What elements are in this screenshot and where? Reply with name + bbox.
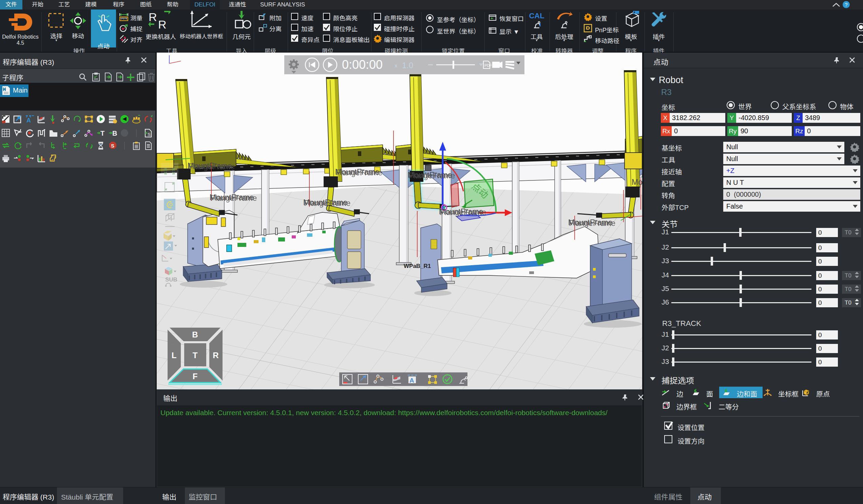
svg-text:FlangeFrame: FlangeFrame [440, 208, 486, 217]
svg-text:FlangeFrame: FlangeFrame [409, 171, 455, 180]
svg-text:FlangeFrame: FlangeFrame [211, 194, 257, 202]
svg-text:A: A [410, 377, 414, 384]
svg-text:B: B [192, 330, 198, 339]
svg-text:PDF: PDF [485, 63, 492, 67]
svg-text:S: S [148, 132, 151, 137]
svg-text:FlangeFrame: FlangeFrame [189, 162, 235, 171]
svg-text:L: L [172, 351, 177, 360]
svg-text:FlangeFrame: FlangeFrame [569, 219, 616, 228]
svg-text:0:00:00: 0:00:00 [342, 58, 383, 72]
svg-text:F: F [193, 372, 198, 381]
svg-text:SUB: SUB [165, 276, 177, 283]
svg-text:WPaB_R1: WPaB_R1 [404, 263, 431, 269]
svg-text:FlangeFrame: FlangeFrame [304, 199, 351, 207]
svg-text:S: S [111, 143, 114, 149]
svg-text:Mount: Mount [631, 178, 642, 187]
svg-text:R: R [213, 351, 218, 360]
svg-text:R: R [149, 11, 157, 23]
svg-text:T: T [193, 351, 198, 360]
svg-text:T: T [100, 129, 104, 137]
svg-text:x: x [395, 62, 398, 69]
svg-text:B: B [112, 129, 117, 137]
svg-text:A: A [26, 117, 31, 124]
svg-text:1.0: 1.0 [402, 61, 413, 70]
svg-text:FlangeFrame: FlangeFrame [336, 168, 383, 177]
svg-text:R: R [158, 18, 166, 30]
